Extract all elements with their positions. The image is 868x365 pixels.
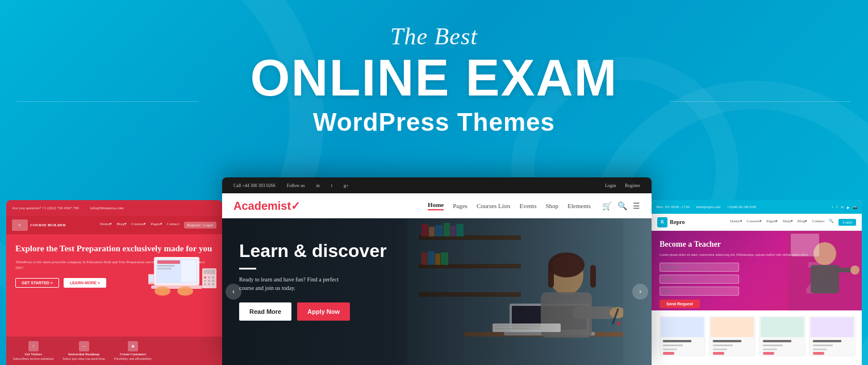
- svg-rect-5: [181, 260, 196, 282]
- svg-rect-78: [811, 317, 854, 337]
- right-topbar-socials: t f in ▶ 📷: [832, 205, 857, 209]
- svg-rect-75: [763, 349, 777, 350]
- nav-demo[interactable]: Demo▾: [100, 222, 112, 229]
- form-submit-button[interactable]: Send Request: [660, 300, 700, 308]
- nav-home[interactable]: Home: [428, 201, 444, 210]
- card-right-nav: R Repro Home▾ Courses▾ Pages▾ Shop▾ Blog…: [652, 214, 862, 231]
- svg-point-11: [204, 276, 206, 279]
- nav-elements[interactable]: Elements: [567, 202, 591, 209]
- nav-events[interactable]: Events: [519, 202, 536, 209]
- card-left-logo-text: COURSE BUILDER: [30, 223, 66, 227]
- card-center-nav: Academist✓ Home Pages Courses Lists Even…: [222, 193, 652, 218]
- card-center-hero: ‹ › Learn & discover Ready to learn and …: [222, 218, 652, 365]
- svg-point-15: [208, 280, 210, 282]
- card-left-bottom: ↑ Get Visitors Subscribers receive unlim…: [6, 337, 222, 365]
- card-left-nav-links: Demo▾ Blog▾ Courses▾ Pages▾ Contact Regi…: [100, 222, 216, 229]
- svg-rect-80: [813, 345, 833, 346]
- right-nav-blog[interactable]: Blog▾: [798, 219, 808, 226]
- menu-icon[interactable]: ☰: [633, 201, 640, 211]
- hero-content: Learn & discover Ready to learn and have…: [239, 241, 387, 321]
- right-nav-search[interactable]: 🔍: [829, 219, 834, 226]
- social-in[interactable]: in: [841, 205, 844, 209]
- svg-rect-70: [713, 352, 724, 355]
- svg-rect-74: [763, 345, 783, 346]
- bottom-icon-1: ↑: [28, 341, 39, 351]
- topbar-register[interactable]: Register: [625, 183, 640, 188]
- right-nav-courses[interactable]: Courses▾: [747, 219, 762, 226]
- right-topbar-email: hello@repro.com: [696, 205, 720, 209]
- hero-heading: Learn & discover: [239, 241, 387, 261]
- topbar-social-tw[interactable]: t: [331, 183, 332, 188]
- topbar-social-g[interactable]: g+: [344, 183, 349, 188]
- bottom-sublabel-1: Subscribers receive unlimited: [13, 357, 53, 360]
- svg-rect-73: [763, 340, 791, 342]
- svg-point-17: [204, 283, 206, 285]
- svg-point-14: [204, 280, 206, 282]
- form-phone-input[interactable]: [660, 287, 739, 296]
- card-right-nav-links: Home▾ Courses▾ Pages▾ Shop▾ Blog▾ Contac…: [730, 219, 856, 226]
- nav-pages[interactable]: Pages▾: [151, 222, 162, 229]
- header-subtitle: The Best: [0, 23, 868, 50]
- hero-buttons: Read More Apply Now: [239, 302, 387, 321]
- card-left-illustration-svg: [148, 240, 222, 302]
- svg-point-13: [212, 276, 214, 279]
- svg-rect-63: [663, 349, 677, 350]
- topbar-login[interactable]: Login: [605, 183, 616, 188]
- social-ig[interactable]: 📷: [853, 205, 857, 209]
- card-left: Are you question? +1 (202) 738 4567 789 …: [6, 200, 222, 365]
- nav-courses[interactable]: Courses▾: [131, 222, 147, 229]
- hero-divider: [239, 268, 256, 269]
- social-yt[interactable]: ▶: [847, 205, 850, 209]
- nav-pages[interactable]: Pages: [453, 202, 468, 209]
- cart-icon[interactable]: 🛒: [602, 201, 612, 211]
- card-right: Mon - Fri: 09:00 - 17:00 hello@repro.com…: [652, 200, 862, 365]
- svg-point-8: [177, 287, 193, 296]
- topbar-left: Call +44 300 303 0266 Follow us in t g+: [233, 183, 349, 188]
- svg-rect-61: [663, 340, 691, 342]
- nav-contact[interactable]: Contact: [167, 222, 180, 229]
- search-icon[interactable]: 🔍: [617, 201, 627, 211]
- topbar-social-in[interactable]: in: [316, 183, 320, 188]
- nav-register[interactable]: Register / Login: [184, 222, 217, 229]
- svg-rect-21: [149, 275, 153, 282]
- form-email-input[interactable]: [660, 275, 739, 284]
- card-left-btn2[interactable]: LEARN MORE >: [64, 278, 106, 288]
- social-tw[interactable]: t: [832, 205, 833, 209]
- right-nav-login[interactable]: Login: [838, 219, 856, 226]
- nav-blog[interactable]: Blog▾: [116, 222, 127, 229]
- read-more-button[interactable]: Read More: [239, 302, 291, 321]
- card-center-topbar: Call +44 300 303 0266 Follow us in t g+ …: [222, 177, 652, 193]
- right-hero-desc: Lorem ipsum dolor sit amet, consectetur …: [660, 252, 854, 257]
- right-lower-content: [660, 316, 858, 362]
- svg-point-18: [208, 283, 210, 285]
- right-nav-pages[interactable]: Pages▾: [766, 219, 778, 226]
- social-fb[interactable]: f: [836, 205, 837, 209]
- svg-rect-64: [663, 352, 674, 355]
- bottom-item-2: → Interaction Roadmap Select just what y…: [62, 341, 105, 360]
- svg-rect-79: [813, 340, 841, 342]
- card-left-logo-icon: C: [12, 219, 28, 231]
- form-name-input[interactable]: [660, 263, 739, 272]
- right-nav-shop[interactable]: Shop▾: [782, 219, 792, 226]
- apply-now-button[interactable]: Apply Now: [297, 302, 350, 321]
- logo-text: Academist: [233, 200, 291, 212]
- header-main-title: ONLINE EXAM: [0, 52, 868, 103]
- hero-prev-arrow[interactable]: ‹: [226, 284, 241, 300]
- card-left-btn1[interactable]: GET STARTED >: [15, 278, 59, 288]
- right-nav-contact[interactable]: Contact: [812, 219, 824, 226]
- topbar-call: Call +44 300 303 0266: [233, 183, 276, 188]
- svg-rect-60: [661, 317, 704, 337]
- right-nav-home[interactable]: Home▾: [730, 219, 742, 226]
- svg-point-7: [155, 287, 170, 296]
- svg-rect-67: [713, 340, 741, 342]
- bottom-item-3: ★ Create Customers Flexibility and affor…: [114, 341, 152, 360]
- nav-courses-lists[interactable]: Courses Lists: [477, 202, 511, 209]
- svg-rect-76: [763, 352, 774, 355]
- nav-shop[interactable]: Shop: [545, 202, 558, 209]
- svg-rect-4: [157, 268, 172, 269]
- right-topbar-phone: +1(646) 96 248 0180: [727, 205, 756, 209]
- bottom-sublabel-3: Flexibility and affordability: [114, 357, 152, 360]
- hero-next-arrow[interactable]: ›: [632, 284, 648, 300]
- bottom-icon-3: ★: [128, 341, 138, 351]
- svg-rect-82: [813, 352, 824, 355]
